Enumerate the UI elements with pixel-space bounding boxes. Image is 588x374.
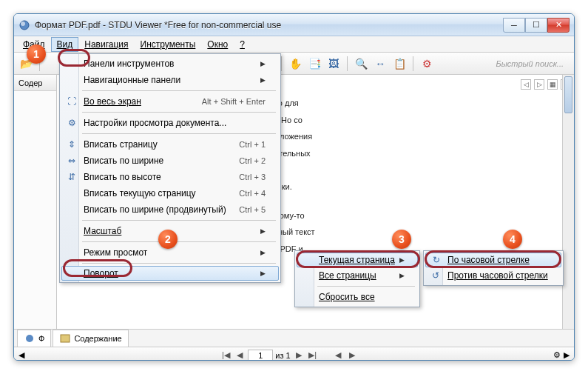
tab-contents[interactable]: Содержание (53, 330, 128, 347)
mi-viewsettings[interactable]: ⚙Настройки просмотра документа... (61, 115, 279, 131)
fit-page-icon: ⇕ (66, 138, 78, 150)
sidebar-tab-contents[interactable]: Содер (14, 75, 56, 91)
statusbar: ◀ |◀ ◀ из 1 ▶ ▶| ◀ ▶ ⚙ ▶ (14, 347, 574, 361)
rotate-submenu: Текущая страница▶ Все страницы▶ Сбросить… (294, 250, 420, 307)
doc-nav-next-icon[interactable]: ▷ (534, 79, 544, 90)
mi-fit-current[interactable]: Вписать текущую страницуCtrl + 4 (61, 185, 279, 201)
sidebar: Содер (14, 75, 57, 329)
hand-icon[interactable]: ✋ (288, 56, 303, 71)
settings-icon[interactable]: ⚙ (419, 56, 434, 71)
fullscreen-icon: ⛶ (66, 96, 78, 107)
quick-search[interactable]: Быстрый поиск... (496, 59, 570, 68)
page-of-label: из 1 (275, 351, 290, 360)
doc-thumb-icon[interactable]: ▦ (547, 79, 558, 90)
mi-rotate-reset[interactable]: Сбросить все (297, 289, 418, 305)
next-page-icon[interactable]: ▶ (293, 350, 305, 361)
mi-clockwise[interactable]: ↻По часовой стрелке (425, 253, 561, 267)
callout-badge-3: 3 (392, 230, 411, 249)
mi-fit-width[interactable]: ⇔Вписать по ширинеCtrl + 2 (61, 153, 279, 169)
mi-rotate-current[interactable]: Текущая страница▶ (297, 253, 418, 267)
callout-badge-4: 4 (503, 230, 522, 249)
fit-width-icon: ⇔ (66, 155, 78, 167)
svg-rect-3 (61, 335, 70, 342)
mi-tool-panels[interactable]: Панели инструментов▶ (61, 56, 279, 72)
window-title: Формат PDF.pdf - STDU Viewer *Free for n… (35, 20, 503, 30)
mi-fit-page[interactable]: ⇕Вписать страницуCtrl + 1 (61, 136, 279, 153)
sb-left-icon[interactable]: ◀ (18, 350, 24, 360)
mi-counter-clockwise[interactable]: ↺Против часовой стрелки (425, 267, 561, 284)
sb-right-icon[interactable]: ▶ (564, 350, 570, 360)
back-icon[interactable]: ◀ (332, 350, 344, 361)
find-next-icon[interactable]: ↔ (373, 56, 388, 71)
fit-height-icon: ⇵ (66, 171, 78, 183)
select-text-icon[interactable]: 📑 (307, 56, 322, 71)
direction-submenu: ↻По часовой стрелке ↺Против часовой стре… (423, 250, 564, 286)
menu-navigation[interactable]: Навигация (78, 37, 134, 52)
menu-view[interactable]: Вид (51, 37, 79, 52)
svg-point-1 (21, 21, 25, 26)
menubar: Файл Вид Навигация Инструменты Окно ? (14, 36, 574, 53)
page-input[interactable] (248, 350, 273, 361)
close-button[interactable]: ✕ (547, 18, 570, 33)
mi-nav-panels[interactable]: Навигационные панели▶ (61, 72, 279, 88)
sb-settings-icon[interactable]: ⚙ (553, 350, 561, 360)
rotate-cw-icon: ↻ (430, 254, 442, 266)
last-page-icon[interactable]: ▶| (307, 350, 319, 361)
menu-tools[interactable]: Инструменты (135, 37, 202, 52)
vertical-scrollbar[interactable] (562, 75, 574, 329)
mi-fullscreen[interactable]: ⛶Во весь экранAlt + Shift + Enter (61, 93, 279, 110)
rotate-ccw-icon: ↺ (430, 270, 442, 281)
gear-icon: ⚙ (66, 117, 78, 129)
forward-icon[interactable]: ▶ (346, 350, 358, 361)
mi-rotate-all[interactable]: Все страницы▶ (297, 267, 418, 284)
menu-help[interactable]: ? (234, 37, 251, 52)
find-icon[interactable]: 🔍 (354, 56, 368, 71)
mi-fit-height[interactable]: ⇵Вписать по высотеCtrl + 3 (61, 169, 279, 185)
titlebar: Формат PDF.pdf - STDU Viewer *Free for n… (14, 14, 574, 36)
callout-badge-2: 2 (158, 230, 178, 249)
prev-page-icon[interactable]: ◀ (234, 350, 246, 361)
mi-rotate[interactable]: Поворот▶ (61, 266, 279, 281)
maximize-button[interactable]: ☐ (525, 18, 547, 33)
minimize-button[interactable]: ─ (503, 18, 525, 33)
select-image-icon[interactable]: 🖼 (326, 56, 341, 71)
callout-badge-1: 1 (27, 44, 46, 64)
mi-fit-width-adv[interactable]: Вписать по ширине (продвинутый)Ctrl + 5 (61, 201, 279, 218)
svg-point-2 (26, 335, 33, 342)
first-page-icon[interactable]: |◀ (220, 350, 232, 361)
doc-nav-prev-icon[interactable]: ◁ (521, 79, 531, 90)
copy-icon[interactable]: 📋 (392, 56, 407, 71)
tab-file[interactable]: Ф (17, 330, 51, 347)
menu-window[interactable]: Окно (201, 37, 234, 52)
app-icon (18, 19, 30, 31)
bottom-tabs: Ф Содержание (14, 329, 574, 347)
